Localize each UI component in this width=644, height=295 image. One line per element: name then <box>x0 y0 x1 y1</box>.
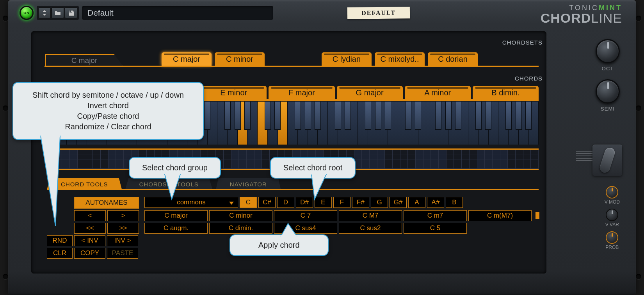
divider <box>47 189 539 190</box>
rack-screw <box>3 16 8 21</box>
apply-chord-button[interactable]: C M7 <box>339 210 402 221</box>
chordset-button[interactable]: C minor <box>215 52 265 66</box>
shift-octave-down-button[interactable]: << <box>74 223 106 234</box>
rack-screw <box>636 16 641 21</box>
root-note-button[interactable]: C <box>240 197 257 208</box>
chordset-button[interactable]: C dorian <box>428 52 478 66</box>
vvar-knob[interactable] <box>606 209 618 221</box>
chordsets-section-label: CHORDSETS <box>502 39 543 46</box>
root-note-button[interactable]: F <box>333 197 350 208</box>
chordset-buttons-row: C majorC minorC lydianC mixolyd..C doria… <box>162 52 539 66</box>
brand-logo: TONICMINT CHORDLINE <box>541 4 622 24</box>
tape-label: DEFAULT <box>347 7 410 19</box>
vmod-knob[interactable] <box>606 186 618 198</box>
chord-button[interactable]: F major <box>269 86 334 99</box>
chords-section-label: CHORDS <box>515 75 543 82</box>
lever-control[interactable] <box>592 145 622 176</box>
chord-button[interactable]: B dimin. <box>473 86 539 99</box>
callout-apply-chord: Apply chord <box>229 234 329 256</box>
tool-tab[interactable]: NAVIGATOR <box>216 178 281 190</box>
paste-button[interactable]: PASTE <box>107 248 138 259</box>
autonames-button[interactable]: AUTONAMES <box>74 197 139 209</box>
prob-label: PROB <box>605 245 619 250</box>
transpose-knobs: OCT SEMI <box>596 39 620 117</box>
shift-octave-up-button[interactable]: >> <box>107 223 139 234</box>
root-note-button[interactable]: A <box>408 197 425 208</box>
preset-save-button[interactable] <box>65 7 77 18</box>
cable-lines-icon <box>576 151 592 161</box>
root-note-button[interactable]: F# <box>352 197 369 208</box>
shift-right-button[interactable]: > <box>107 210 139 221</box>
power-button[interactable]: ON <box>20 6 34 20</box>
copy-button[interactable]: COPY <box>74 248 105 259</box>
invert-down-button[interactable]: < INV <box>74 235 105 246</box>
velocity-knobs: V MOD V VAR PROB <box>605 186 620 253</box>
semitone-knob[interactable] <box>596 79 620 104</box>
vmod-label: V MOD <box>605 199 620 205</box>
apply-chord-button[interactable]: C 7 <box>274 210 337 221</box>
callout-chord-tools: Shift chord by semitone / octave / up / … <box>12 82 204 140</box>
octave-knob[interactable] <box>596 39 620 63</box>
rack-screw <box>636 105 641 111</box>
apply-chord-button[interactable]: C major <box>144 210 208 221</box>
apply-chord-button[interactable]: C augm. <box>144 223 208 234</box>
current-chordset-tab[interactable]: C major <box>45 54 123 66</box>
root-note-button[interactable]: G# <box>390 197 407 208</box>
scroll-indicator[interactable] <box>535 212 539 219</box>
chord-selector-panel: commons CC#DD#EFF#GG#AA#B C majorC minor… <box>144 197 539 234</box>
chord-button[interactable]: A minor <box>405 86 471 99</box>
randomize-button[interactable]: RND <box>47 235 73 246</box>
root-note-button[interactable]: C# <box>258 197 276 208</box>
clear-button[interactable]: CLR <box>47 248 73 259</box>
preset-file-buttons <box>37 6 79 20</box>
callout-chord-group: Select chord group <box>129 157 221 179</box>
apply-chord-button[interactable]: C 5 <box>404 223 467 234</box>
root-note-button[interactable]: B <box>446 197 463 208</box>
chord-button[interactable]: E minor <box>201 86 267 99</box>
octave-knob-label: OCT <box>602 66 614 72</box>
divider <box>44 66 539 67</box>
shift-left-button[interactable]: < <box>74 210 106 221</box>
vvar-label: V VAR <box>605 222 619 227</box>
invert-up-button[interactable]: INV > <box>107 235 138 246</box>
rack-screw <box>636 274 641 279</box>
top-bar: ON Default <box>20 3 624 23</box>
root-note-button[interactable]: D <box>277 197 294 208</box>
chordset-button[interactable]: C major <box>162 52 212 66</box>
apply-chord-button[interactable]: C m7 <box>404 210 467 221</box>
apply-chord-button[interactable]: C dimin. <box>209 223 272 234</box>
semitone-knob-label: SEMI <box>601 106 615 112</box>
apply-chord-button[interactable]: C minor <box>209 210 272 221</box>
root-note-button[interactable]: A# <box>427 197 444 208</box>
apply-chord-button[interactable]: C m(M7) <box>468 210 532 221</box>
rack-screw <box>3 105 8 111</box>
chordset-button[interactable]: C mixolyd.. <box>375 52 425 66</box>
rack-screw <box>3 274 8 279</box>
apply-chord-button[interactable]: C sus2 <box>339 223 402 234</box>
prob-knob[interactable] <box>606 231 618 244</box>
chord-group-select[interactable]: commons <box>144 197 238 208</box>
callout-chord-root: Select chord root <box>270 157 356 179</box>
root-note-button[interactable]: G <box>371 197 388 208</box>
chordset-button[interactable]: C lydian <box>322 52 372 66</box>
chord-apply-grid: C majorC minorC 7C M7C m7C m(M7)C augm.C… <box>144 210 539 234</box>
preset-open-button[interactable] <box>52 7 64 18</box>
chord-button[interactable]: G major <box>337 86 403 99</box>
preset-prev-next-button[interactable] <box>38 7 51 18</box>
preset-name-display[interactable]: Default <box>82 6 273 20</box>
